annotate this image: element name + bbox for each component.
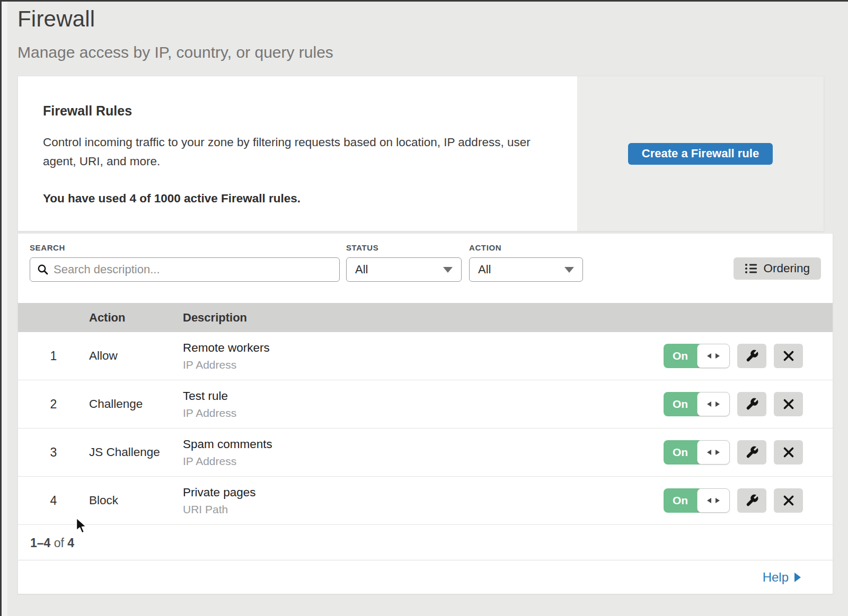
description-column-header: Description <box>183 311 664 325</box>
overview-text-section: Firewall Rules Control incoming traffic … <box>18 76 577 231</box>
ordering-list-icon <box>745 263 757 274</box>
delete-rule-button[interactable] <box>774 440 803 465</box>
toggle-handle[interactable] <box>697 440 730 465</box>
rule-priority: 2 <box>18 397 89 412</box>
page-subtitle: Manage access by IP, country, or query r… <box>17 43 848 61</box>
page-header: Firewall Manage access by IP, country, o… <box>17 6 848 61</box>
chevron-down-icon <box>564 267 574 273</box>
rule-action: Block <box>89 494 183 507</box>
rule-priority: 1 <box>18 349 89 363</box>
drag-arrows-icon <box>706 449 720 456</box>
help-label: Help <box>763 570 789 585</box>
rule-description-cell: Remote workers IP Address <box>183 341 664 371</box>
page-title: Firewall <box>17 6 848 32</box>
table-row: 4 Block Private pages URI Path On <box>18 477 833 525</box>
rule-description-cell: Spam comments IP Address <box>183 438 664 468</box>
firewall-rules-list-card: SEARCH STATUS All ACTION <box>17 233 833 594</box>
rule-description: Spam comments <box>183 438 664 451</box>
rule-enabled-toggle[interactable]: On <box>664 344 730 368</box>
search-input[interactable] <box>54 263 332 276</box>
pagination-range: 1–4 <box>30 536 50 550</box>
action-column-header: Action <box>89 311 183 325</box>
delete-rule-button[interactable] <box>774 344 803 368</box>
close-icon <box>783 495 794 506</box>
pagination-separator: of <box>54 536 64 550</box>
search-icon <box>37 264 49 275</box>
pagination: 1–4 of 4 <box>18 525 833 560</box>
status-filter-group: STATUS All <box>346 243 462 282</box>
edit-rule-button[interactable] <box>737 392 766 416</box>
rule-action: Allow <box>89 349 183 363</box>
status-selected-value: All <box>355 263 368 276</box>
rule-match-type: URI Path <box>183 503 664 516</box>
rule-description: Remote workers <box>183 341 664 355</box>
search-label: SEARCH <box>30 243 340 252</box>
help-link[interactable]: Help <box>763 570 801 585</box>
close-icon <box>783 350 794 362</box>
wrench-icon <box>745 349 759 363</box>
rule-controls: On <box>664 488 833 513</box>
table-row: 1 Allow Remote workers IP Address On <box>18 332 833 380</box>
rule-enabled-toggle[interactable]: On <box>664 488 730 513</box>
edit-rule-button[interactable] <box>737 440 766 465</box>
filter-bar: SEARCH STATUS All ACTION <box>18 234 833 303</box>
firewall-page: Firewall Manage access by IP, country, o… <box>0 0 848 594</box>
rule-match-type: IP Address <box>183 359 664 371</box>
overview-heading: Firewall Rules <box>43 103 540 119</box>
rule-description-cell: Test rule IP Address <box>183 389 664 419</box>
drag-arrows-icon <box>706 497 720 504</box>
card-footer: Help <box>18 560 833 594</box>
rule-description-cell: Private pages URI Path <box>183 486 664 516</box>
toggle-handle[interactable] <box>697 392 730 416</box>
rule-match-type: IP Address <box>183 455 664 468</box>
wrench-icon <box>745 397 759 411</box>
drag-arrows-icon <box>706 401 720 407</box>
table-row: 2 Challenge Test rule IP Address On <box>18 380 833 428</box>
wrench-icon <box>745 494 759 507</box>
search-filter-group: SEARCH <box>30 243 340 282</box>
table-header: Action Description <box>18 303 833 332</box>
pagination-total: 4 <box>67 536 74 550</box>
wrench-icon <box>745 445 759 459</box>
help-arrow-icon <box>794 573 801 582</box>
rule-action: Challenge <box>89 397 183 411</box>
action-selected-value: All <box>478 263 491 276</box>
ordering-button-label: Ordering <box>763 262 810 275</box>
chevron-down-icon <box>443 267 453 273</box>
rule-priority: 3 <box>18 445 89 460</box>
rule-priority: 4 <box>18 494 89 508</box>
close-icon <box>783 398 794 410</box>
toggle-handle[interactable] <box>697 344 730 368</box>
rule-controls: On <box>664 344 833 368</box>
firewall-rules-overview-card: Firewall Rules Control incoming traffic … <box>17 76 824 231</box>
create-firewall-rule-button[interactable]: Create a Firewall rule <box>628 143 773 165</box>
ordering-button[interactable]: Ordering <box>734 257 821 280</box>
delete-rule-button[interactable] <box>774 488 803 513</box>
search-box[interactable] <box>30 257 340 282</box>
table-row: 3 JS Challenge Spam comments IP Address … <box>18 428 833 477</box>
rule-description: Test rule <box>183 389 664 403</box>
status-label: STATUS <box>346 243 462 252</box>
overview-action-section: Create a Firewall rule <box>577 76 824 231</box>
action-select[interactable]: All <box>469 257 583 282</box>
action-label: ACTION <box>469 243 583 252</box>
edit-rule-button[interactable] <box>737 488 766 513</box>
ordering-group: Ordering <box>734 243 821 280</box>
overview-description: Control incoming traffic to your zone by… <box>43 133 540 171</box>
usage-note: You have used 4 of 1000 active Firewall … <box>43 192 540 206</box>
action-filter-group: ACTION All <box>469 243 583 282</box>
status-select[interactable]: All <box>346 257 462 282</box>
toggle-handle[interactable] <box>697 488 730 513</box>
rule-match-type: IP Address <box>183 407 664 419</box>
rule-description: Private pages <box>183 486 664 499</box>
edit-rule-button[interactable] <box>737 344 766 368</box>
rule-enabled-toggle[interactable]: On <box>664 440 730 465</box>
rule-action: JS Challenge <box>89 445 183 459</box>
rule-controls: On <box>664 440 833 465</box>
drag-arrows-icon <box>706 353 720 359</box>
delete-rule-button[interactable] <box>774 392 803 416</box>
rule-controls: On <box>664 392 833 416</box>
rule-enabled-toggle[interactable]: On <box>664 392 730 416</box>
close-icon <box>783 447 794 458</box>
